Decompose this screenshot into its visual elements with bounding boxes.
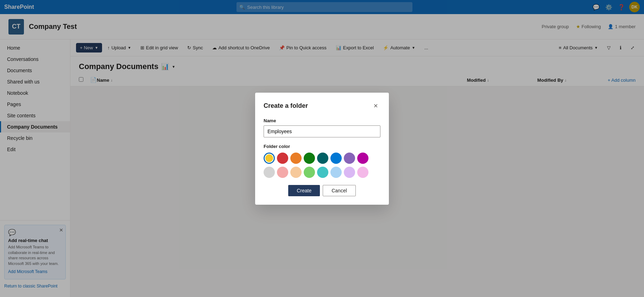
color-circle-row2-0[interactable]: [264, 167, 275, 178]
color-circle-row2-2[interactable]: [290, 167, 302, 178]
modal-footer: Create Cancel: [264, 185, 380, 196]
color-circle-row1-3[interactable]: [304, 153, 315, 164]
color-circle-row1-5[interactable]: [330, 153, 342, 164]
color-circle-row1-6[interactable]: [344, 153, 355, 164]
name-label: Name: [264, 118, 380, 123]
folder-name-input[interactable]: [264, 125, 380, 137]
color-circle-row1-0[interactable]: [264, 153, 275, 164]
modal-title: Create a folder: [264, 102, 308, 110]
modal-overlay: Create a folder ✕ Name Folder color Crea…: [0, 0, 644, 297]
color-circle-row2-3[interactable]: [304, 167, 315, 178]
color-circle-row1-2[interactable]: [290, 153, 302, 164]
color-circle-row1-1[interactable]: [277, 153, 288, 164]
color-circle-row1-4[interactable]: [317, 153, 328, 164]
color-circle-row2-5[interactable]: [330, 167, 342, 178]
create-folder-modal: Create a folder ✕ Name Folder color Crea…: [255, 93, 389, 205]
folder-color-label: Folder color: [264, 144, 380, 149]
modal-close-button[interactable]: ✕: [371, 101, 380, 111]
cancel-button[interactable]: Cancel: [323, 185, 356, 196]
color-circle-row2-6[interactable]: [344, 167, 355, 178]
color-circle-row2-7[interactable]: [357, 167, 368, 178]
color-grid-row1: [264, 153, 380, 164]
create-button[interactable]: Create: [288, 185, 320, 196]
modal-header: Create a folder ✕: [264, 101, 380, 111]
color-grid-row2: [264, 167, 380, 178]
color-circle-row2-4[interactable]: [317, 167, 328, 178]
color-circle-row2-1[interactable]: [277, 167, 288, 178]
color-circle-row1-7[interactable]: [357, 153, 368, 164]
